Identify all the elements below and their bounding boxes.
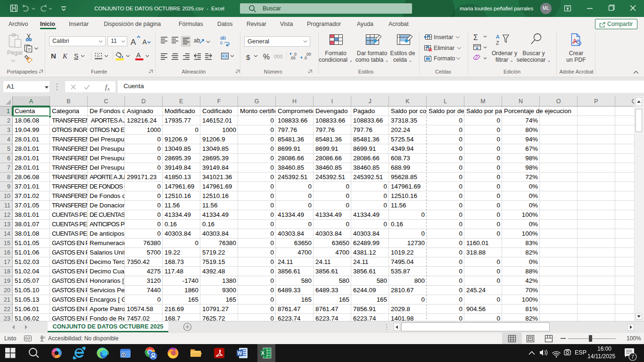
- svg-text:A: A: [496, 34, 500, 40]
- svg-text:X: X: [261, 350, 264, 356]
- svg-text:7: 7: [631, 354, 634, 360]
- svg-text:A: A: [136, 51, 141, 59]
- svg-text:000: 000: [274, 54, 282, 59]
- svg-text:A: A: [142, 38, 147, 46]
- svg-text:ab: ab: [194, 37, 200, 44]
- svg-text:W: W: [238, 350, 242, 356]
- svg-text:.00: .00: [290, 56, 296, 60]
- svg-text:S: S: [74, 52, 78, 60]
- svg-text:Z: Z: [496, 40, 499, 46]
- svg-text:N: N: [51, 52, 56, 60]
- svg-text:?: ?: [43, 336, 45, 339]
- svg-text:.0: .0: [304, 56, 307, 60]
- svg-text:Σ: Σ: [473, 33, 478, 41]
- svg-text:c: c: [220, 40, 223, 45]
- svg-text:$: $: [246, 53, 250, 61]
- svg-text:%: %: [263, 53, 270, 61]
- svg-text:A: A: [131, 38, 136, 47]
- svg-text:x: x: [107, 86, 110, 91]
- svg-text:K: K: [62, 52, 68, 60]
